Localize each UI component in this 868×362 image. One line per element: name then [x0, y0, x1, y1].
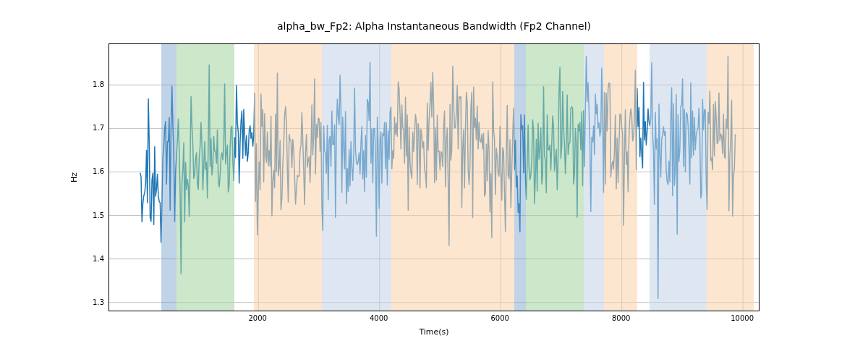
band — [650, 44, 707, 311]
y-axis-label: Hz — [69, 172, 79, 182]
x-tick: 10000 — [731, 314, 754, 322]
band — [322, 44, 391, 311]
band — [391, 44, 430, 311]
x-tick: 8000 — [612, 314, 630, 322]
x-tick: 6000 — [490, 314, 509, 322]
band — [584, 44, 604, 311]
y-tick: 1.7 — [93, 124, 104, 132]
x-tick: 2000 — [248, 314, 266, 322]
band — [707, 44, 754, 311]
plot-area — [109, 43, 760, 311]
band — [431, 44, 514, 311]
band — [526, 44, 584, 311]
band — [254, 44, 323, 311]
y-tick: 1.5 — [93, 211, 104, 219]
band — [604, 44, 637, 311]
y-tick: 1.8 — [93, 80, 104, 88]
y-tick: 1.3 — [93, 298, 104, 306]
figure: alpha_bw_Fp2: Alpha Instantaneous Bandwi… — [0, 0, 868, 362]
band — [514, 44, 527, 311]
band — [161, 44, 176, 311]
x-tick: 4000 — [370, 314, 388, 322]
y-tick: 1.6 — [93, 167, 104, 175]
y-tick: 1.4 — [93, 254, 104, 262]
chart-title: alpha_bw_Fp2: Alpha Instantaneous Bandwi… — [0, 20, 868, 32]
x-axis-label: Time(s) — [109, 327, 760, 337]
band — [176, 44, 234, 311]
